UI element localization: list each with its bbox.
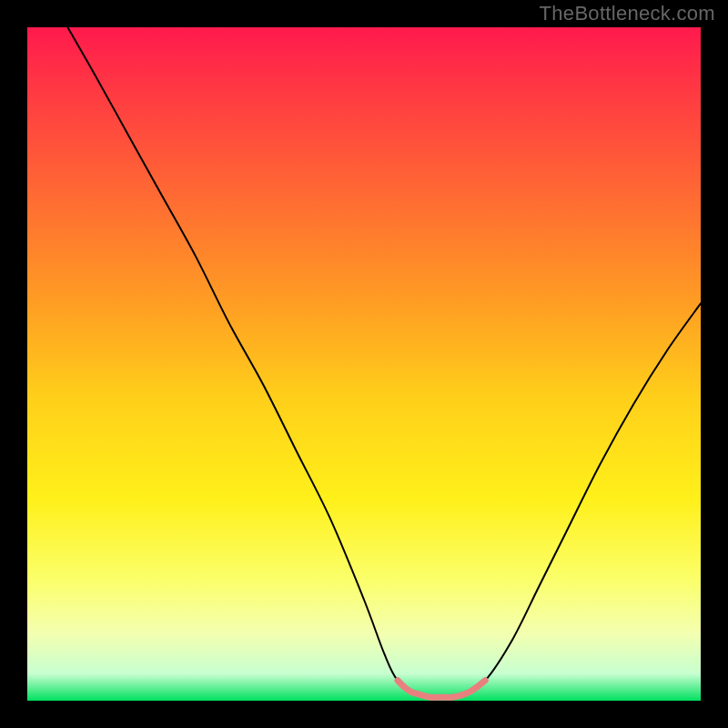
- bottleneck-chart: TheBottleneck.com: [0, 0, 728, 728]
- watermark-text: TheBottleneck.com: [540, 2, 715, 25]
- chart-canvas: [0, 0, 728, 728]
